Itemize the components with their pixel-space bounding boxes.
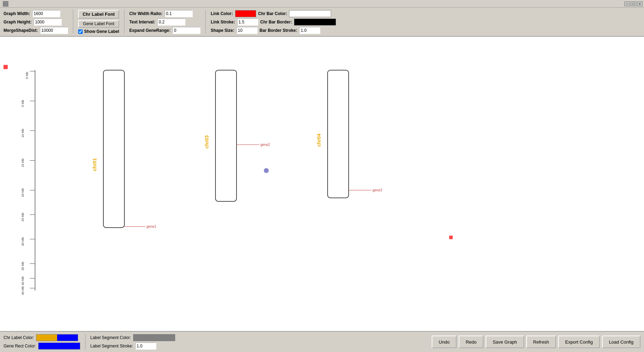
divider-3: [205, 10, 206, 34]
title-bar: − □ ×: [0, 0, 644, 8]
shape-size-input[interactable]: [237, 27, 258, 34]
label-segment-color-row: Label Segment Color:: [90, 334, 175, 341]
chr-label-color-swatch[interactable]: [36, 334, 78, 341]
graph-width-label: Graph Width:: [4, 11, 30, 16]
gene1-label: gene1: [146, 225, 156, 228]
bar-border-stroke-label: Bar Border Stroke:: [260, 28, 297, 33]
font-section: Chr Label Font Gene Label Font Show Gene…: [78, 10, 119, 34]
scale-label-5: 5 Mb: [21, 100, 25, 107]
save-graph-button[interactable]: Save Graph: [486, 336, 524, 348]
graph-width-input[interactable]: [32, 10, 60, 17]
chr-bar-border-swatch[interactable]: [294, 19, 336, 26]
merge-shape-dist-label: MergeShapeDist:: [4, 28, 38, 33]
divider-2: [124, 10, 124, 34]
purple-dot: [264, 168, 269, 173]
refresh-button[interactable]: Refresh: [526, 336, 556, 348]
load-config-button[interactable]: Load Config: [602, 336, 640, 348]
shape-size-row: Shape Size: Bar Border Stroke:: [211, 27, 336, 34]
chr-width-raito-row: Chr Width Raito:: [129, 10, 200, 17]
color-section: Link Color: Chr Bar Color: Link Stroke: …: [211, 10, 336, 34]
gene-label-font-button[interactable]: Gene Label Font: [78, 20, 119, 28]
link-stroke-row: Link Stroke: Chr Bar Border:: [211, 19, 336, 26]
text-interval-input[interactable]: [157, 19, 185, 26]
restore-button[interactable]: □: [631, 1, 636, 6]
graph-width-row: Graph Width:: [4, 10, 68, 17]
scale-label-20: 20 Mb: [21, 188, 25, 197]
gene-rect-color-label: Gene Rect Color:: [4, 344, 36, 349]
scale-label-25: 25 Mb: [21, 213, 25, 221]
chr-bar-color-label: Chr Bar Color:: [258, 11, 287, 16]
redo-button[interactable]: Redo: [459, 336, 484, 348]
show-gene-label-text: Show Gene Label: [84, 29, 119, 34]
bottom-bar: Chr Label Color: Gene Rect Color: Label …: [0, 331, 644, 352]
link-stroke-input[interactable]: [237, 19, 258, 26]
expand-generange-row: Expand GeneRange:: [129, 27, 200, 34]
bar-border-stroke-input[interactable]: [299, 27, 320, 34]
gene-rect-color-row: Gene Rect Color:: [4, 343, 80, 350]
scale-label-35: 35 Mb: [21, 262, 25, 270]
label-segment-stroke-input[interactable]: [135, 343, 156, 350]
show-gene-label-checkbox[interactable]: [78, 29, 83, 34]
graph-height-label: Graph Height:: [4, 20, 32, 24]
link-color-swatch[interactable]: [235, 10, 256, 17]
chr01-bar: [103, 70, 124, 228]
scale-label-10: 10 Mb: [21, 129, 25, 138]
app-icon: [3, 1, 8, 7]
expand-generange-label: Expand GeneRange:: [129, 28, 170, 33]
chr03-bar: [215, 70, 237, 202]
label-segment-section: Label Segment Color: Label Segment Strok…: [90, 334, 175, 350]
bottom-buttons: Undo Redo Save Graph Refresh Export Conf…: [432, 336, 640, 348]
chr03-label: chr03: [204, 135, 210, 149]
chr-bar-border-label: Chr Bar Border:: [260, 20, 292, 24]
show-gene-label-row: Show Gene Label: [78, 29, 119, 34]
divider-1: [73, 10, 73, 34]
chr04-label: chr04: [316, 134, 322, 147]
chr-label-font-button[interactable]: Chr Label Font: [78, 10, 119, 19]
label-segment-stroke-label: Label Segment Stroke:: [90, 344, 133, 349]
gene-rect-color-swatch[interactable]: [38, 343, 80, 350]
chr-label-color-label: Chr Label Color:: [4, 335, 34, 340]
link-stroke-label: Link Stroke:: [211, 20, 235, 24]
canvas-area[interactable]: 0 Mb 5 Mb 10 Mb 15 Mb 20 Mb 25 Mb 30 Mb …: [0, 37, 644, 331]
shape-size-label: Shape Size:: [211, 28, 234, 33]
scale-label-45: 45 Mb: [21, 286, 25, 295]
merge-shape-dist-row: MergeShapeDist:: [4, 27, 68, 34]
undo-button[interactable]: Undo: [432, 336, 457, 348]
scale-label-15: 15 Mb: [21, 159, 25, 167]
text-interval-row: Text Interval:: [129, 19, 200, 26]
chr-width-raito-label: Chr Width Raito:: [129, 11, 163, 16]
gene3-label: gene3: [372, 188, 382, 192]
graph-height-row: Graph Height:: [4, 19, 68, 26]
merge-shape-dist-input[interactable]: [40, 27, 68, 34]
chr04-bar: [328, 70, 349, 198]
bottom-divider-1: [85, 334, 85, 350]
expand-generange-input[interactable]: [172, 27, 200, 34]
link-color-label: Link Color:: [211, 11, 233, 16]
graph-height-input[interactable]: [34, 19, 62, 26]
minimize-button[interactable]: −: [624, 1, 630, 6]
label-segment-stroke-row: Label Segment Stroke:: [90, 343, 175, 350]
red-square-topleft: [4, 65, 8, 69]
chr-bar-color-swatch[interactable]: [289, 10, 331, 17]
settings-section: Chr Width Raito: Text Interval: Expand G…: [129, 10, 200, 34]
link-color-row: Link Color: Chr Bar Color:: [211, 10, 336, 17]
main-svg: 0 Mb 5 Mb 10 Mb 15 Mb 20 Mb 25 Mb 30 Mb …: [0, 37, 644, 331]
chr-label-section: Chr Label Color: Gene Rect Color:: [4, 334, 80, 350]
scale-label-40: 40 Mb: [21, 276, 25, 285]
gene2-label: gene2: [260, 143, 270, 147]
chr-label-color-row: Chr Label Color:: [4, 334, 80, 341]
text-interval-label: Text Interval:: [129, 20, 155, 24]
label-segment-color-swatch[interactable]: [133, 334, 175, 341]
close-button[interactable]: ×: [637, 1, 643, 6]
chr-width-raito-input[interactable]: [165, 10, 193, 17]
toolbar: Graph Width: Graph Height: MergeShapeDis…: [0, 8, 644, 37]
chr01-label: chr01: [92, 158, 97, 171]
scale-label-30: 30 Mb: [21, 237, 25, 246]
label-segment-color-label: Label Segment Color:: [90, 335, 131, 340]
export-config-button[interactable]: Export Config: [558, 336, 600, 348]
scale-label-0: 0 Mb: [25, 72, 29, 79]
dimensions-section: Graph Width: Graph Height: MergeShapeDis…: [4, 10, 68, 34]
red-square-bottomright: [449, 236, 453, 239]
